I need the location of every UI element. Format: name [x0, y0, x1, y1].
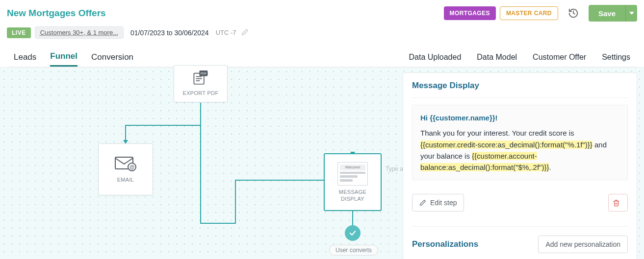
save-button[interactable]: Save	[589, 5, 625, 22]
message-body: Thank you for your interest. Your credit…	[420, 127, 619, 173]
save-dropdown[interactable]	[625, 5, 637, 22]
segment-chip[interactable]: Customers 30+, & 1 more...	[35, 26, 124, 39]
tag-master-card[interactable]: MASTER CARD	[500, 6, 558, 20]
node-export-pdf-label: EXPORT PDF	[183, 90, 219, 96]
tab-funnel[interactable]: Funnel	[50, 47, 77, 67]
node-email-label: EMAIL	[117, 176, 134, 183]
delete-step-button[interactable]	[608, 194, 628, 212]
user-converts-pill[interactable]: User converts	[329, 245, 378, 256]
trash-icon	[613, 199, 620, 207]
pdf-icon: PDF	[192, 71, 209, 87]
tab-data-model[interactable]: Data Model	[477, 49, 517, 66]
add-personalization-button[interactable]: Add new personalization	[538, 235, 628, 253]
tab-customer-offer[interactable]: Customer Offer	[533, 49, 586, 66]
tab-data-uploaded[interactable]: Data Uploaded	[409, 49, 462, 66]
conversion-check[interactable]	[345, 225, 361, 241]
node-message-display[interactable]: Welcome! MESSAGEDISPLAY	[324, 153, 382, 211]
tab-settings[interactable]: Settings	[602, 49, 630, 66]
pencil-icon	[419, 199, 426, 206]
date-to: 30/06/2024	[175, 29, 209, 37]
node-export-pdf[interactable]: PDF EXPORT PDF	[174, 65, 228, 102]
message-thumbnail: Welcome!	[337, 162, 368, 186]
tab-leads[interactable]: Leads	[14, 48, 36, 66]
pencil-icon	[241, 28, 249, 36]
panel-title: Message Display	[412, 81, 628, 91]
message-display-panel: Message Display Hi {{customer.name}}! Th…	[403, 72, 637, 259]
svg-text:@: @	[129, 165, 134, 170]
svg-text:PDF: PDF	[201, 72, 206, 75]
edit-step-button[interactable]: Edit step	[412, 194, 464, 212]
check-icon	[349, 229, 357, 237]
email-icon: @	[114, 155, 137, 173]
edit-dates-button[interactable]	[241, 28, 249, 37]
caret-down-icon	[629, 11, 634, 16]
timezone-label: UTC -7	[216, 29, 236, 36]
date-to-word: to	[167, 29, 173, 37]
page-title: New Mortgages Offers	[7, 8, 106, 19]
tab-conversion[interactable]: Conversion	[91, 48, 133, 66]
history-icon	[568, 8, 579, 19]
message-greeting: Hi {{customer.name}}!	[420, 112, 619, 123]
live-badge: LIVE	[7, 27, 31, 38]
date-range: 01/07/2023 to 30/06/2024	[130, 29, 209, 37]
svg-marker-2	[629, 12, 634, 15]
type-a-hint: Type a	[386, 165, 403, 172]
date-from: 01/07/2023	[130, 29, 165, 37]
history-button[interactable]	[565, 5, 582, 22]
tag-mortgages[interactable]: MORTGAGES	[444, 6, 496, 20]
svg-line-1	[573, 13, 575, 14]
message-thumbnail-title: Welcome!	[340, 165, 365, 170]
node-message-label: MESSAGEDISPLAY	[339, 188, 367, 203]
message-preview: Hi {{customer.name}}! Thank you for your…	[412, 105, 628, 180]
node-email[interactable]: @ EMAIL	[98, 143, 153, 195]
flow-canvas[interactable]: PDF EXPORT PDF @ EMAIL Welcome! MESSAGED…	[0, 68, 644, 259]
token-credit-score: {{customer.credit-score:as_decimal():for…	[420, 141, 592, 149]
panel-divider	[412, 97, 628, 98]
tab-bar: Leads Funnel Conversion Data Uploaded Da…	[7, 47, 637, 67]
personalizations-title: Personalizations	[412, 239, 478, 249]
